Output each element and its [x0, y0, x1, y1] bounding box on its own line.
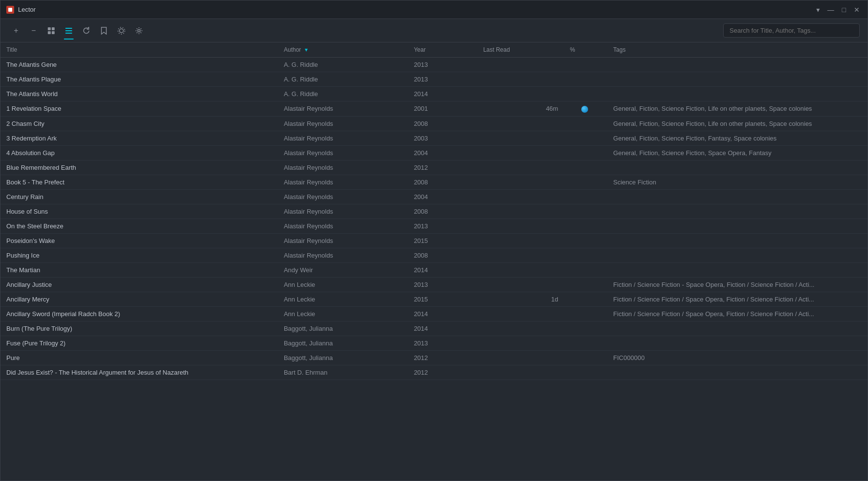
table-row[interactable]: The MartianAndy Weir2014	[0, 262, 868, 277]
author-column-header[interactable]: Author ▾	[278, 42, 408, 58]
book-last-read	[477, 58, 564, 72]
percent-column-header[interactable]: %	[564, 42, 608, 58]
book-author: Ann Leckie	[278, 306, 408, 321]
book-author: Alastair Reynolds	[278, 204, 408, 219]
book-title: Poseidon's Wake	[0, 233, 278, 248]
book-last-read	[477, 72, 564, 87]
menu-button[interactable]: ▾	[814, 5, 822, 15]
table-row[interactable]: 1 Revelation SpaceAlastair Reynolds20014…	[0, 101, 868, 117]
svg-rect-3	[48, 31, 51, 34]
close-button[interactable]: ✕	[852, 5, 862, 15]
bookmark-button[interactable]	[96, 23, 112, 39]
book-last-read	[477, 306, 564, 321]
book-author: Alastair Reynolds	[278, 131, 408, 145]
book-last-read	[477, 189, 564, 204]
svg-rect-2	[52, 27, 55, 30]
book-percent	[564, 189, 608, 204]
book-last-read	[477, 87, 564, 101]
book-percent	[564, 116, 608, 131]
book-year: 2001	[408, 101, 477, 117]
table-row[interactable]: Ancillary MercyAnn Leckie20151dFiction /…	[0, 292, 868, 306]
book-title: On the Steel Breeze	[0, 219, 278, 233]
book-title: 4 Absolution Gap	[0, 145, 278, 160]
book-year: 2008	[408, 248, 477, 262]
book-tags	[608, 219, 868, 233]
book-tags	[608, 189, 868, 204]
tags-column-header[interactable]: Tags	[608, 42, 868, 58]
maximize-button[interactable]: □	[840, 5, 848, 15]
book-last-read	[477, 233, 564, 248]
book-tags: FIC000000	[608, 350, 868, 365]
table-header-row: Title Author ▾ Year Last Read %	[0, 42, 868, 58]
svg-rect-1	[48, 27, 51, 30]
book-title: The Martian	[0, 262, 278, 277]
book-last-read: 46m	[477, 101, 564, 117]
book-year: 2014	[408, 262, 477, 277]
book-tags	[608, 58, 868, 72]
table-row[interactable]: Blue Remembered EarthAlastair Reynolds20…	[0, 160, 868, 175]
book-year: 2013	[408, 277, 477, 292]
titlebar: Lector ▾ — □ ✕	[0, 0, 868, 19]
minimize-button[interactable]: —	[826, 5, 836, 15]
list-view-button[interactable]	[61, 23, 77, 39]
table-row[interactable]: Poseidon's WakeAlastair Reynolds2015	[0, 233, 868, 248]
book-year: 2012	[408, 160, 477, 175]
remove-button[interactable]: −	[26, 23, 41, 39]
table-row[interactable]: 3 Redemption ArkAlastair Reynolds2003Gen…	[0, 131, 868, 145]
table-row[interactable]: Book 5 - The PrefectAlastair Reynolds200…	[0, 175, 868, 189]
book-list-container[interactable]: Title Author ▾ Year Last Read %	[0, 42, 868, 481]
book-last-read	[477, 175, 564, 189]
svg-point-9	[118, 27, 125, 34]
table-row[interactable]: Pushing IceAlastair Reynolds2008	[0, 248, 868, 262]
last-read-column-header[interactable]: Last Read	[477, 42, 564, 58]
table-row[interactable]: Century RainAlastair Reynolds2004	[0, 189, 868, 204]
table-row[interactable]: The Atlantis PlagueA. G. Riddle2013	[0, 72, 868, 87]
book-year: 2003	[408, 131, 477, 145]
book-year: 2008	[408, 175, 477, 189]
table-row[interactable]: On the Steel BreezeAlastair Reynolds2013	[0, 219, 868, 233]
book-percent	[564, 306, 608, 321]
table-row[interactable]: Ancillary JusticeAnn Leckie2013Fiction /…	[0, 277, 868, 292]
grid-view-button[interactable]	[43, 23, 59, 39]
book-tags: General, Fiction, Science Fiction, Life …	[608, 101, 868, 117]
title-column-header[interactable]: Title	[0, 42, 278, 58]
search-input[interactable]	[723, 23, 860, 38]
theme-button[interactable]	[114, 23, 129, 39]
book-title: 1 Revelation Space	[0, 101, 278, 117]
table-row[interactable]: Did Jesus Exist? - The Historical Argume…	[0, 365, 868, 380]
book-title: The Atlantis World	[0, 87, 278, 101]
table-row[interactable]: 2 Chasm CityAlastair Reynolds2008General…	[0, 116, 868, 131]
table-row[interactable]: 4 Absolution GapAlastair Reynolds2004Gen…	[0, 145, 868, 160]
book-percent	[564, 233, 608, 248]
book-percent	[564, 365, 608, 380]
book-last-read	[477, 145, 564, 160]
book-percent	[564, 219, 608, 233]
book-author: Bart D. Ehrman	[278, 365, 408, 380]
book-percent	[564, 350, 608, 365]
book-year: 2014	[408, 87, 477, 101]
sort-indicator: ▾	[305, 46, 308, 53]
toolbar: + −	[0, 19, 868, 42]
table-row[interactable]: PureBaggott, Julianna2012FIC000000	[0, 350, 868, 365]
book-tags	[608, 321, 868, 336]
refresh-button[interactable]	[79, 23, 94, 39]
book-last-read	[477, 160, 564, 175]
table-row[interactable]: The Atlantis GeneA. G. Riddle2013	[0, 58, 868, 72]
book-author: Alastair Reynolds	[278, 233, 408, 248]
table-row[interactable]: House of SunsAlastair Reynolds2008	[0, 204, 868, 219]
table-row[interactable]: Fuse (Pure Trilogy 2)Baggott, Julianna20…	[0, 336, 868, 350]
table-row[interactable]: The Atlantis WorldA. G. Riddle2014	[0, 87, 868, 101]
book-author: Alastair Reynolds	[278, 145, 408, 160]
book-year: 2013	[408, 72, 477, 87]
table-row[interactable]: Burn (The Pure Trilogy)Baggott, Julianna…	[0, 321, 868, 336]
book-table-body: The Atlantis GeneA. G. Riddle2013The Atl…	[0, 58, 868, 380]
book-title: The Atlantis Gene	[0, 58, 278, 72]
book-last-read	[477, 204, 564, 219]
book-last-read	[477, 350, 564, 365]
book-year: 2015	[408, 233, 477, 248]
table-row[interactable]: Ancillary Sword (Imperial Radch Book 2)A…	[0, 306, 868, 321]
year-column-header[interactable]: Year	[408, 42, 477, 58]
book-last-read	[477, 321, 564, 336]
settings-button[interactable]	[131, 23, 147, 39]
add-button[interactable]: +	[8, 23, 24, 39]
